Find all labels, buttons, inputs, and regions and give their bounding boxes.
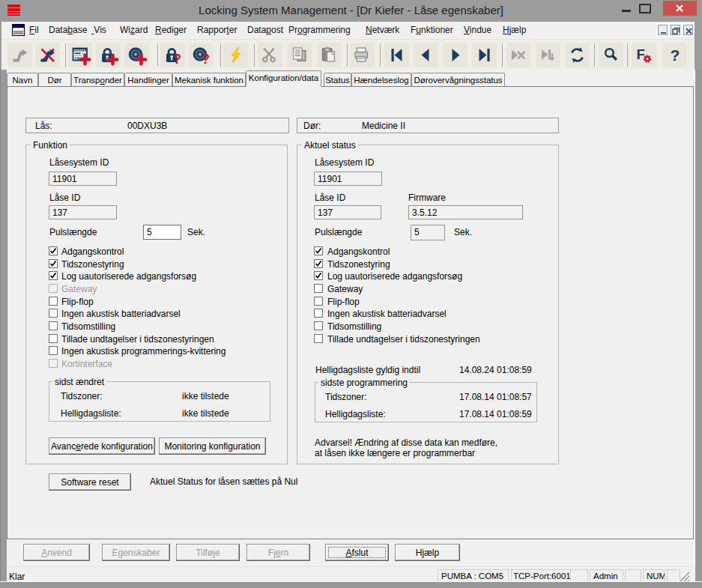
svg-text:?: ? bbox=[173, 52, 181, 67]
svg-text:?: ? bbox=[671, 46, 680, 64]
svg-text:?: ? bbox=[202, 52, 210, 67]
